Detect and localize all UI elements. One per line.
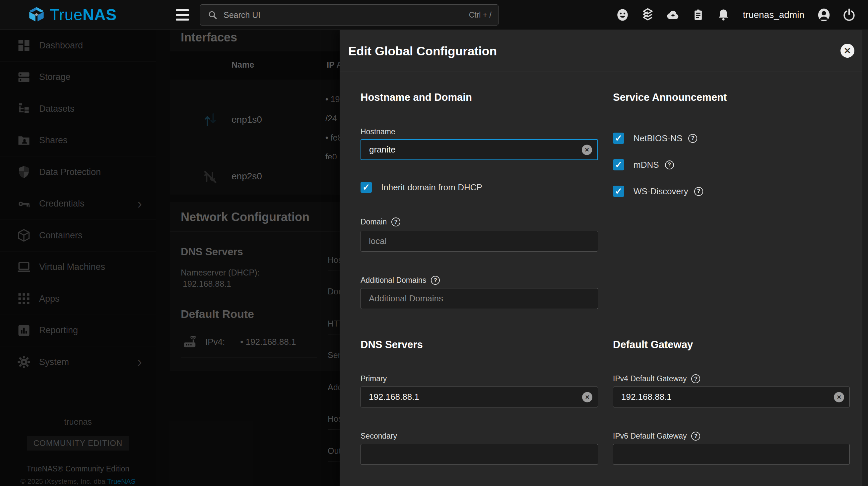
truenas-logo-icon — [28, 6, 45, 24]
help-icon[interactable] — [431, 276, 440, 285]
checkbox-checked-icon[interactable] — [613, 159, 624, 170]
ipv4-gateway-field[interactable] — [613, 387, 850, 408]
checkbox-checked-icon[interactable] — [361, 182, 372, 193]
ipv6-gateway-label: IPv6 Default Gateway — [613, 432, 700, 441]
ipv6-gateway-input[interactable] — [621, 449, 828, 459]
checkbox-checked-icon[interactable] — [613, 133, 624, 144]
dialog-header: Edit Global Configuration — [340, 30, 862, 72]
topbar-icons: truenas_admin — [615, 0, 857, 30]
help-icon[interactable] — [691, 374, 700, 383]
primary-dns-field[interactable] — [361, 387, 598, 408]
help-icon[interactable] — [688, 134, 697, 143]
mdns-label: mDNS — [633, 160, 659, 170]
default-gateway-heading: Default Gateway — [613, 339, 693, 351]
additional-domains-input[interactable] — [369, 293, 577, 304]
primary-dns-label-text: Primary — [361, 374, 387, 383]
domain-field — [361, 231, 598, 252]
hostname-field[interactable] — [361, 139, 598, 160]
power-icon[interactable] — [841, 7, 857, 23]
netbios-label: NetBIOS-NS — [633, 133, 682, 143]
search-input[interactable]: Search UI Ctrl + / — [200, 4, 498, 26]
menu-toggle-icon[interactable] — [176, 9, 189, 21]
feedback-smiley-icon[interactable] — [615, 7, 630, 23]
search-shortcut: Ctrl + / — [469, 10, 492, 20]
alerts-bell-icon[interactable] — [716, 7, 731, 23]
secondary-dns-input[interactable] — [369, 449, 577, 459]
logo-text: TrueNAS — [50, 6, 117, 24]
user-avatar-icon[interactable] — [816, 7, 832, 23]
hostname-label: Hostname — [361, 127, 395, 136]
dialog-title: Edit Global Configuration — [348, 44, 497, 58]
help-icon[interactable] — [691, 432, 700, 441]
search-placeholder: Search UI — [223, 10, 469, 20]
search-icon — [207, 9, 218, 21]
help-icon[interactable] — [665, 160, 674, 169]
jobs-clipboard-icon[interactable] — [690, 7, 706, 23]
ipv4-gateway-label-text: IPv4 Default Gateway — [613, 374, 687, 383]
ipv4-gateway-label: IPv4 Default Gateway — [613, 374, 700, 383]
help-icon[interactable] — [694, 187, 703, 196]
additional-domains-label: Additional Domains — [361, 276, 440, 285]
truenas-logo[interactable]: TrueNAS — [28, 6, 117, 24]
checkbox-checked-icon[interactable] — [613, 186, 624, 197]
clear-icon[interactable] — [582, 144, 592, 155]
domain-label: Domain — [361, 218, 400, 226]
vertical-scrollbar[interactable] — [862, 30, 868, 486]
secondary-dns-label-text: Secondary — [361, 432, 397, 441]
ipv4-gateway-input[interactable] — [621, 392, 828, 402]
help-icon[interactable] — [392, 218, 400, 226]
secondary-dns-label: Secondary — [361, 432, 397, 441]
hostname-input[interactable] — [369, 144, 576, 155]
netbios-checkbox[interactable]: NetBIOS-NS — [613, 133, 697, 144]
secondary-dns-field[interactable] — [361, 444, 598, 465]
logo-nas: NAS — [83, 6, 117, 24]
ix-stack-icon[interactable] — [640, 7, 655, 23]
edit-global-configuration-dialog: Edit Global Configuration Hostname and D… — [340, 30, 862, 486]
domain-input — [369, 236, 577, 246]
ipv6-gateway-field[interactable] — [613, 444, 850, 465]
clear-icon[interactable] — [582, 392, 592, 402]
clear-icon[interactable] — [834, 392, 844, 402]
service-announcement-heading: Service Announcement — [613, 92, 727, 103]
primary-dns-label: Primary — [361, 374, 387, 383]
topbar: TrueNAS Search UI Ctrl + / — [0, 0, 868, 30]
ipv6-gateway-label-text: IPv6 Default Gateway — [613, 432, 687, 441]
primary-dns-input[interactable] — [369, 392, 577, 402]
additional-domains-field[interactable] — [361, 288, 598, 309]
additional-domains-label-text: Additional Domains — [361, 276, 426, 285]
truenas-cloud-icon[interactable] — [665, 7, 681, 23]
dns-servers-heading: DNS Servers — [361, 339, 423, 351]
mdns-checkbox[interactable]: mDNS — [613, 159, 674, 170]
domain-label-text: Domain — [361, 218, 387, 226]
hostname-label-text: Hostname — [361, 127, 395, 136]
hostname-domain-heading: Hostname and Domain — [361, 92, 472, 103]
close-icon[interactable] — [840, 44, 855, 58]
inherit-domain-label: Inherit domain from DHCP — [381, 182, 482, 193]
inherit-domain-checkbox[interactable]: Inherit domain from DHCP — [361, 182, 482, 193]
truenas-app: TrueNAS Search UI Ctrl + / — [0, 0, 868, 486]
ws-discovery-checkbox[interactable]: WS-Discovery — [613, 186, 703, 197]
logo-true: True — [50, 6, 83, 24]
username-label: truenas_admin — [743, 10, 804, 20]
ws-discovery-label: WS-Discovery — [633, 186, 688, 197]
